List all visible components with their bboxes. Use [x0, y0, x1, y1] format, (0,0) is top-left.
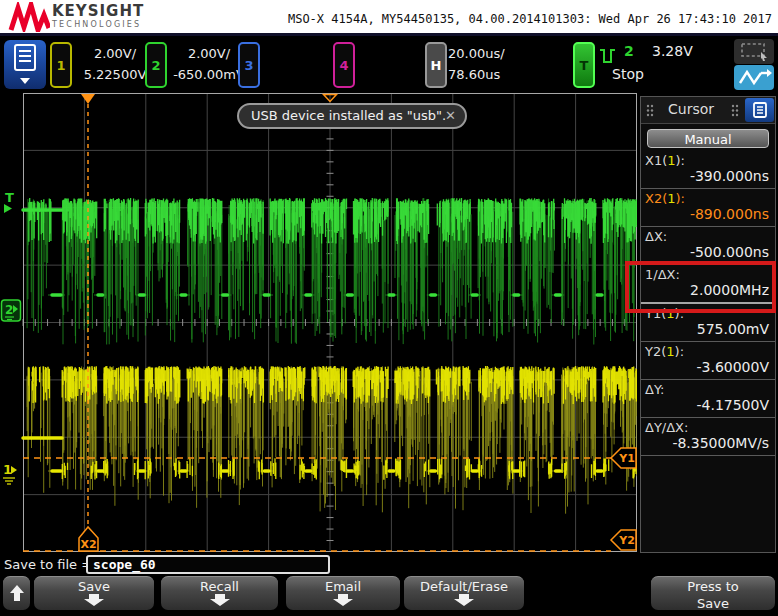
panel-menu-icon: [745, 98, 774, 122]
horizontal-readout: 20.00us/ 78.60us: [442, 43, 528, 85]
toast-close-icon[interactable]: ✕: [445, 105, 456, 127]
touch-gesture-button[interactable]: [734, 65, 774, 90]
filename-input[interactable]: scope_60: [86, 555, 330, 574]
timebase-scale: 20.00us/: [448, 43, 528, 64]
cursor-row-dy: ΔY:-4.17500V: [641, 380, 775, 418]
down-arrow-icon: [451, 594, 477, 607]
softkey-default-erase[interactable]: Default/Erase: [404, 576, 524, 610]
softkey-bar: Save to file = scope_60 Save Recall Emai…: [0, 553, 778, 616]
softkey-email[interactable]: Email: [286, 576, 400, 610]
toast-text: USB device installed as "usb".: [251, 108, 446, 123]
channel-1-button[interactable]: 1: [50, 42, 72, 88]
down-arrow-icon: [330, 594, 356, 607]
down-arrow-icon: [81, 594, 107, 607]
down-arrow-icon: [207, 594, 233, 607]
channel-markers: T21: [2, 190, 21, 484]
svg-text:1: 1: [3, 462, 12, 477]
svg-text:T: T: [5, 190, 14, 205]
channel-2-button[interactable]: 2: [145, 42, 167, 88]
cursor-row-inv-dx: 1/ΔX:2.0000MHz: [641, 265, 775, 304]
cursor-row-y2: Y2(1):-3.60000V: [641, 342, 775, 380]
y2-cursor-flag[interactable]: Y2: [611, 530, 636, 550]
cursor-row-y1: Y1(1):575.00mV: [641, 304, 775, 342]
cursor-panel: Cursor Manual X1(1):-390.000nsX2(1):-890…: [640, 96, 776, 553]
acquisition-status: Stop: [612, 66, 644, 82]
waveform-display: X2Y1Y2T21: [0, 93, 637, 552]
waveform-touch-icon: [734, 65, 774, 90]
back-up-button[interactable]: [3, 576, 30, 610]
cursor-readouts: X1(1):-390.000nsX2(1):-890.000nsΔX:-500.…: [641, 151, 775, 456]
keysight-logo-icon: [8, 2, 50, 32]
softkey-press-to-save[interactable]: Press to Save: [651, 576, 775, 610]
menu-icon: [4, 40, 46, 89]
svg-text:X2: X2: [80, 538, 96, 551]
zone-select-button[interactable]: [734, 39, 774, 64]
brand-sub: TECHNOLOGIES: [52, 21, 144, 29]
drag-handle-icon[interactable]: [731, 104, 739, 117]
header-bar: KEYSIGHT TECHNOLOGIES MSO-X 4154A, MY544…: [0, 0, 778, 36]
channel-2-ground-marker[interactable]: 2: [2, 300, 21, 321]
cursor-row-dx: ΔX:-500.000ns: [641, 227, 775, 265]
y1-cursor-flag[interactable]: Y1: [611, 448, 636, 468]
oscilloscope-screen: KEYSIGHT TECHNOLOGIES MSO-X 4154A, MY544…: [0, 0, 778, 616]
zone-select-icon: [734, 39, 774, 64]
up-arrow-icon: [8, 585, 26, 602]
trigger-button[interactable]: T: [573, 42, 595, 88]
x2-cursor-flag[interactable]: X2: [79, 527, 98, 551]
cursor-panel-title: Cursor: [641, 101, 741, 117]
cursor-mode-button[interactable]: Manual: [647, 129, 769, 148]
brand-name: KEYSIGHT: [52, 4, 144, 19]
cursor-panel-header: Cursor: [641, 97, 775, 124]
brand-text: KEYSIGHT TECHNOLOGIES: [52, 4, 144, 29]
usb-toast: USB device installed as "usb". ✕: [237, 103, 467, 129]
svg-text:Y1: Y1: [618, 452, 635, 465]
cursor-row-x1: X1(1):-390.000ns: [641, 151, 775, 189]
cursor-row-dy-dx: ΔY/ΔX:-8.35000MV/s: [641, 418, 775, 456]
channel-3-button[interactable]: 3: [238, 42, 260, 88]
status-toolbar: 1 2.00V/ 5.22500V 2 2.00V/ -650.00mV 3 4…: [0, 36, 778, 93]
trigger-time-marker[interactable]: [81, 94, 95, 104]
trigger-level-marker[interactable]: T: [4, 190, 14, 213]
softkey-recall[interactable]: Recall: [161, 576, 278, 610]
instrument-title: MSO-X 4154A, MY54450135, 04.00.201410130…: [288, 12, 772, 26]
channel-1-ground-marker[interactable]: 1: [3, 462, 17, 484]
cursor-menu-button[interactable]: [745, 98, 774, 122]
softkey-save[interactable]: Save: [34, 576, 154, 610]
trigger-edge-icon: [599, 47, 617, 65]
trigger-source: 2: [624, 43, 634, 59]
trigger-level: 3.28V: [652, 43, 693, 59]
channel-4-button[interactable]: 4: [333, 42, 355, 88]
cursor-row-x2: X2(1):-890.000ns: [641, 189, 775, 227]
save-to-file-label: Save to file =: [4, 557, 92, 572]
svg-text:Y2: Y2: [618, 534, 635, 547]
svg-text:2: 2: [5, 303, 13, 317]
main-menu-button[interactable]: [4, 40, 46, 89]
timebase-delay: 78.60us: [448, 64, 528, 85]
